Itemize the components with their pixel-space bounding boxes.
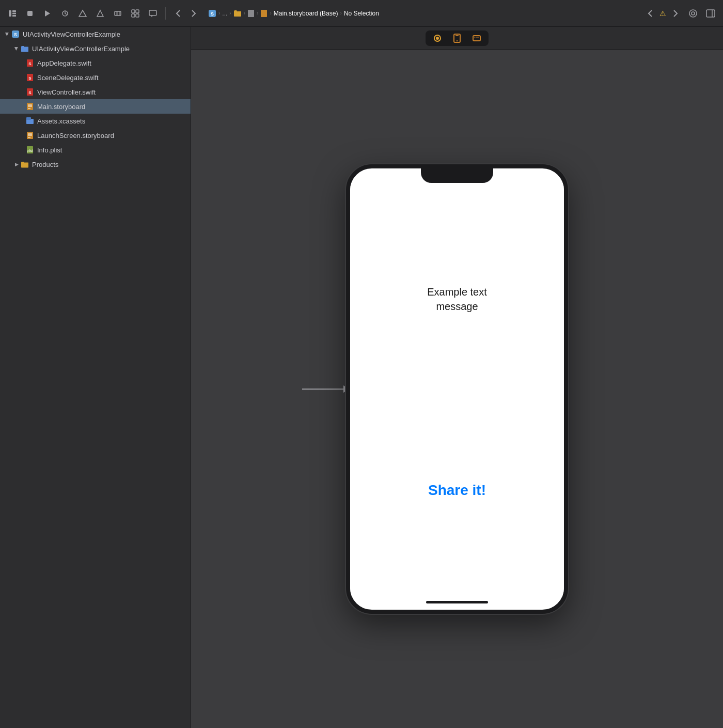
breadcrumb-sep-4: › xyxy=(257,10,258,16)
svg-rect-51 xyxy=(474,37,476,38)
svg-rect-52 xyxy=(476,37,479,38)
project-icon: S xyxy=(10,29,21,39)
breadcrumb-swift-icon[interactable]: S xyxy=(208,9,216,18)
triangle-products: ▶ xyxy=(13,161,20,167)
sidebar-item-label: UIActivityViewControllerExample xyxy=(23,30,186,38)
canvas-control-viewas[interactable] xyxy=(432,33,443,44)
canvas-control-group xyxy=(426,30,489,46)
memory-icon[interactable] xyxy=(111,6,125,21)
main-toolbar: S › ... › › › › Main.storyboard (Base) ›… xyxy=(0,0,723,27)
svg-rect-15 xyxy=(132,14,135,17)
canvas-toolbar xyxy=(191,27,723,50)
svg-rect-39 xyxy=(26,117,31,120)
svg-marker-8 xyxy=(97,10,103,17)
sidebar-item-appdelegate[interactable]: S AppDelegate.swift xyxy=(0,56,191,70)
svg-text:S: S xyxy=(211,11,214,17)
toolbar-divider-1 xyxy=(165,7,166,20)
warning-icon[interactable] xyxy=(75,6,90,21)
storyboard-icon-main xyxy=(25,101,35,112)
svg-rect-17 xyxy=(149,10,156,16)
scheme-icon[interactable] xyxy=(58,6,72,21)
sidebar-item-launchscreen[interactable]: LaunchScreen.storyboard xyxy=(0,128,191,143)
storyboard-icon-launch xyxy=(25,130,35,141)
svg-rect-25 xyxy=(706,10,715,17)
svg-rect-13 xyxy=(132,10,135,13)
swift-icon-scenedelegate: S xyxy=(25,72,35,83)
sidebar-item-launchscreen-label: LaunchScreen.storyboard xyxy=(37,132,186,140)
svg-rect-41 xyxy=(28,133,32,136)
canvas-control-device[interactable] xyxy=(451,33,463,44)
breadcrumb-sep-1: › xyxy=(218,10,220,16)
swift-icon-appdelegate: S xyxy=(25,58,35,68)
arrow-line xyxy=(302,389,343,390)
svg-rect-42 xyxy=(28,137,30,138)
svg-text:S: S xyxy=(28,61,32,66)
svg-rect-50 xyxy=(473,36,480,41)
svg-point-49 xyxy=(457,40,458,41)
iphone-screen: Example text message Share it! xyxy=(350,183,564,597)
svg-rect-22 xyxy=(261,10,267,17)
svg-text:plist: plist xyxy=(27,149,34,153)
breadcrumb-ellipsis[interactable]: ... xyxy=(222,10,227,17)
sidebar-toggle-icon[interactable] xyxy=(5,6,20,21)
nav-back-button[interactable] xyxy=(171,6,185,21)
run-icon[interactable] xyxy=(40,6,55,21)
nav-buttons xyxy=(171,6,201,21)
nav-prev-issue[interactable] xyxy=(643,6,657,21)
breadcrumb-sep-3: › xyxy=(244,10,245,16)
breadcrumb-storyboard-name[interactable]: Main.storyboard (Base) xyxy=(274,10,338,17)
grid-icon[interactable] xyxy=(128,6,143,21)
svg-marker-7 xyxy=(79,10,86,17)
iphone-simulator-frame[interactable]: Example text message Share it! xyxy=(346,164,568,614)
sidebar-item-assets[interactable]: Assets.xcassets xyxy=(0,114,191,128)
nav-forward-button[interactable] xyxy=(186,6,201,21)
entry-point-arrow xyxy=(302,385,350,393)
panel-toggle-icon[interactable] xyxy=(703,6,718,21)
warning-triangle-icon: ⚠ xyxy=(659,9,666,18)
file-navigator: ▶ S UIActivityViewControllerExample ▶ UI… xyxy=(0,27,191,728)
svg-rect-1 xyxy=(12,10,16,12)
svg-rect-21 xyxy=(248,10,254,17)
breadcrumb-sep-6: › xyxy=(340,10,341,16)
storyboard-canvas[interactable]: Example text message Share it! xyxy=(191,50,723,728)
svg-rect-14 xyxy=(136,10,139,13)
sidebar-item-infoplist[interactable]: plist Info.plist xyxy=(0,143,191,157)
sidebar-item-assets-label: Assets.xcassets xyxy=(37,117,186,125)
sidebar-item-viewcontroller[interactable]: S ViewController.swift xyxy=(0,85,191,99)
svg-rect-2 xyxy=(12,12,16,14)
breadcrumb-storyboard-icon[interactable] xyxy=(260,9,268,18)
iphone-notch xyxy=(421,168,493,183)
breadcrumb-sep-5: › xyxy=(270,10,271,16)
nav-next-issue[interactable] xyxy=(668,6,683,21)
svg-text:S: S xyxy=(14,32,17,37)
shape-icon[interactable] xyxy=(93,6,107,21)
share-it-button[interactable]: Share it! xyxy=(428,482,486,499)
svg-rect-0 xyxy=(9,10,11,17)
breadcrumb-folder-icon[interactable] xyxy=(233,10,242,17)
sidebar-item-root-project[interactable]: ▶ S UIActivityViewControllerExample xyxy=(0,27,191,41)
svg-rect-16 xyxy=(136,14,139,17)
plist-icon: plist xyxy=(25,145,35,155)
sidebar-item-scenedelegate[interactable]: S SceneDelegate.swift xyxy=(0,70,191,85)
example-text-line2: message xyxy=(436,301,478,312)
breadcrumb: S › ... › › › › Main.storyboard (Base) ›… xyxy=(208,9,640,18)
codesign-icon[interactable] xyxy=(686,6,700,21)
sidebar-item-main-group[interactable]: ▶ UIActivityViewControllerExample xyxy=(0,41,191,56)
toolbar-right: ⚠ xyxy=(643,6,718,21)
stop-icon[interactable] xyxy=(23,6,37,21)
sidebar-item-infoplist-label: Info.plist xyxy=(37,146,186,154)
svg-text:S: S xyxy=(28,90,32,95)
svg-rect-4 xyxy=(27,11,33,16)
breadcrumb-file-icon[interactable] xyxy=(247,9,255,18)
sidebar-item-products[interactable]: ▶ Products xyxy=(0,157,191,172)
callout-icon[interactable] xyxy=(146,6,160,21)
canvas-control-orientation[interactable] xyxy=(471,33,482,44)
breadcrumb-warning-area: ⚠ xyxy=(643,6,683,21)
svg-rect-37 xyxy=(28,108,30,109)
svg-rect-3 xyxy=(12,15,16,17)
swift-icon-viewcontroller: S xyxy=(25,87,35,97)
sidebar-item-mainstoryboard[interactable]: Main.storyboard xyxy=(0,99,191,114)
breadcrumb-no-selection[interactable]: No Selection xyxy=(344,10,379,17)
iphone-home-indicator xyxy=(426,601,488,603)
example-text-line1: Example text xyxy=(427,286,487,298)
